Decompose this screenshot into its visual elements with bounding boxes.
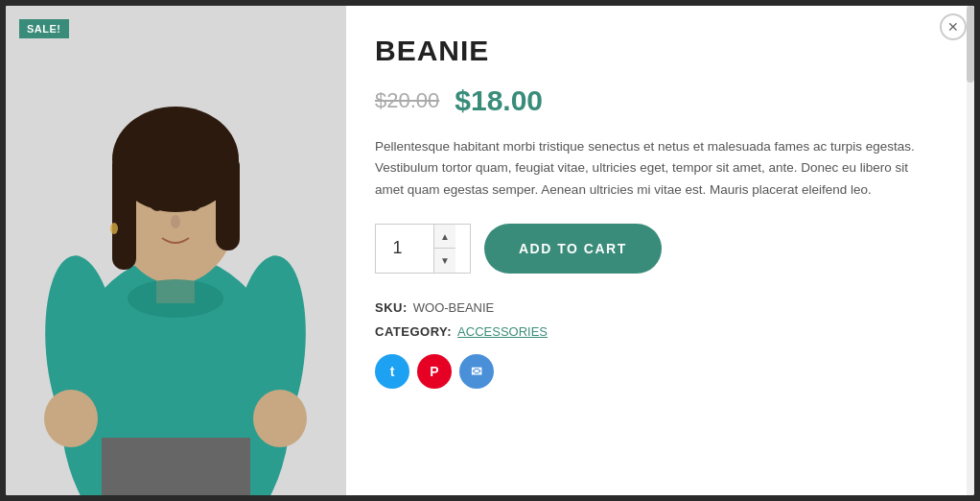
product-image (6, 6, 346, 495)
add-to-cart-row: ▲ ▼ ADD TO CART (375, 224, 936, 274)
social-share-row: t P ✉ (375, 354, 936, 389)
svg-point-12 (253, 390, 307, 447)
sku-row: SKU: WOO-BEANIE (375, 300, 936, 315)
price-row: $20.00 $18.00 (375, 84, 936, 117)
twitter-share-button[interactable]: t (375, 354, 409, 389)
quantity-decrement-button[interactable]: ▼ (434, 249, 455, 273)
product-image-section: SALE! (6, 6, 346, 495)
svg-point-13 (150, 194, 165, 211)
svg-rect-5 (112, 155, 136, 270)
sale-price: $18.00 (455, 84, 543, 117)
original-price: $20.00 (375, 88, 439, 113)
sale-badge: SALE! (19, 19, 69, 38)
product-title: BEANIE (375, 35, 936, 67)
email-share-button[interactable]: ✉ (459, 354, 494, 389)
category-link[interactable]: ACCESSORIES (457, 324, 548, 339)
svg-point-11 (44, 390, 98, 447)
sku-label: SKU: (375, 300, 408, 315)
quantity-wrapper: ▲ ▼ (375, 224, 471, 274)
svg-point-7 (128, 279, 223, 318)
pinterest-share-button[interactable]: P (417, 354, 452, 389)
svg-point-16 (110, 223, 118, 234)
product-details: BEANIE $20.00 $18.00 Pellentesque habita… (346, 6, 974, 495)
modal-overlay: ✕ SALE! (0, 0, 980, 501)
category-row: CATEGORY: ACCESSORIES (375, 324, 936, 339)
quantity-controls: ▲ ▼ (433, 225, 455, 273)
scrollbar-thumb[interactable] (967, 6, 974, 83)
quantity-increment-button[interactable]: ▲ (434, 225, 455, 250)
add-to-cart-button[interactable]: ADD TO CART (484, 224, 662, 274)
svg-rect-10 (102, 438, 250, 495)
svg-point-14 (186, 194, 201, 211)
svg-rect-6 (216, 155, 240, 250)
scrollbar[interactable] (967, 6, 974, 495)
svg-point-15 (171, 215, 180, 228)
sku-value: WOO-BEANIE (413, 300, 495, 315)
close-button[interactable]: ✕ (940, 13, 967, 40)
category-label: CATEGORY: (375, 324, 452, 339)
product-description: Pellentesque habitant morbi tristique se… (375, 136, 936, 201)
quantity-input[interactable] (376, 225, 433, 273)
product-modal: ✕ SALE! (6, 6, 974, 495)
